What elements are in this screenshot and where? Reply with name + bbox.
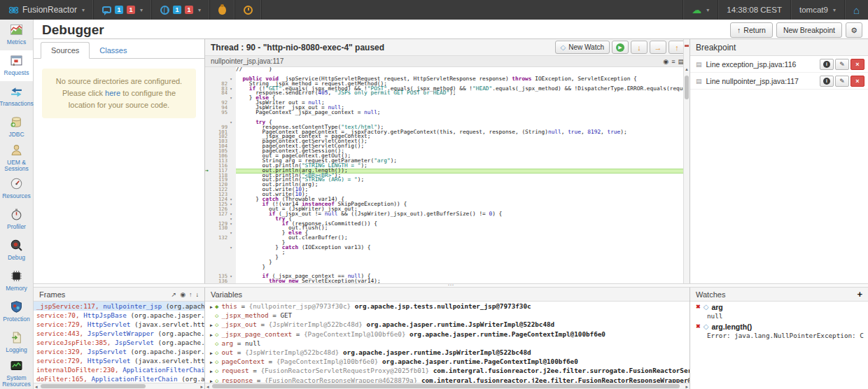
scrollbar-thumb[interactable]	[41, 384, 146, 388]
watch-expression-row[interactable]: ✖◇arg	[696, 302, 864, 311]
variable-row[interactable]: ▶◇_jspx_page_context = {PageContextImpl@…	[205, 330, 690, 339]
open-frame-icon[interactable]: ↗	[172, 291, 177, 298]
code-gutter[interactable]	[205, 250, 236, 255]
frame-row[interactable]: service:70, HttpJspBase (org.apache.jasp…	[34, 311, 204, 320]
home-button[interactable]: ⌂	[844, 0, 868, 20]
code-gutter[interactable]	[205, 260, 236, 265]
sidebar-item-resources[interactable]: Resources	[0, 174, 33, 204]
lines-view-icon[interactable]: ≡	[671, 58, 675, 65]
sidebar-item-memory[interactable]: Memory	[0, 266, 33, 297]
sidebar-item-protection[interactable]: Protection	[0, 297, 33, 327]
breakpoint-delete-button[interactable]: ×	[850, 76, 864, 87]
remove-watch-icon[interactable]: ✖	[696, 323, 701, 330]
record-icon[interactable]: ◉	[180, 291, 186, 298]
variable-row[interactable]: ▶◇pageContext = {PageContextImpl@100bf6e…	[205, 357, 690, 366]
resume-button[interactable]: ▶	[612, 41, 629, 54]
frame-row[interactable]: service:329, JspServlet (org.apache.jasp…	[34, 347, 204, 356]
sidebar-item-transactions[interactable]: Transactions	[0, 81, 33, 112]
sidebar-item-metrics[interactable]: Metrics	[0, 20, 33, 50]
code-line[interactable]: 136 throw new ServletException(var14);	[205, 279, 690, 283]
code-gutter[interactable]: 95	[205, 111, 236, 115]
frame-up-icon[interactable]: ↑	[189, 291, 192, 298]
bug-menu[interactable]	[210, 0, 235, 20]
code-line[interactable]	[205, 115, 690, 120]
breakpoint-info-button[interactable]: i	[820, 76, 834, 87]
configure-sources-link[interactable]: here	[105, 89, 120, 97]
code-gutter[interactable]: 136	[205, 279, 236, 283]
variable-row[interactable]: ▶◇request = {FusionReactorServletRequest…	[205, 366, 690, 375]
code-gutter[interactable]: ▾	[205, 77, 236, 82]
scroll-right-icon[interactable]: ▸	[200, 383, 203, 389]
sidebar-item-system-resources[interactable]: System Resources	[0, 358, 33, 389]
cloud-menu[interactable]: ☁ ▾	[682, 0, 718, 20]
breakpoint-edit-button[interactable]: ✎	[835, 76, 849, 87]
code-gutter[interactable]: 83▾	[205, 87, 236, 92]
step-over-button[interactable]: →	[650, 41, 666, 54]
code-gutter[interactable]	[205, 265, 236, 270]
frame-down-icon[interactable]: ↓	[196, 291, 200, 298]
remove-watch-icon[interactable]: ✖	[696, 304, 701, 310]
code-gutter[interactable]: ▾	[205, 246, 236, 250]
scroll-left-icon[interactable]: ◂	[206, 383, 209, 389]
code-line[interactable]: // }	[205, 67, 690, 72]
code-gutter[interactable]: 92	[205, 101, 236, 106]
brand-menu[interactable]: FusionReactor ▾	[0, 0, 94, 20]
return-button[interactable]: ↑Return	[730, 22, 773, 38]
fold-marker-icon[interactable]: ▾	[227, 77, 234, 82]
scroll-right-icon[interactable]: ▸	[685, 383, 688, 389]
code-line[interactable]: 84 response.sendError(405, "JSPs only pe…	[205, 91, 690, 96]
fold-marker-icon[interactable]: ▾	[227, 87, 234, 92]
frame-row[interactable]: serviceJspFile:385, JspServlet (org.apac…	[34, 338, 204, 347]
watch-expression-row[interactable]: ✖◇arg.length()	[696, 322, 864, 331]
sidebar-item-profiler[interactable]: Profiler	[0, 204, 33, 235]
breakpoint-label[interactable]: Line nullpointer_jsp.java:117	[706, 77, 816, 85]
code-gutter[interactable]	[205, 67, 236, 72]
variable-row[interactable]: ◇_jspx_method = GET	[205, 311, 690, 320]
code-gutter[interactable]: 94	[205, 106, 236, 111]
fold-marker-icon[interactable]: ▾	[227, 202, 234, 207]
sidebar-item-requests[interactable]: Requests	[0, 50, 33, 81]
sidebar-item-jdbc[interactable]: JDBC	[0, 112, 33, 143]
frame-row[interactable]: _jspService:117, nullpointer_jsp (org.ap…	[34, 302, 204, 311]
breakpoint-label[interactable]: Line exception_jsp.java:116	[706, 60, 816, 69]
new-breakpoint-button[interactable]: New Breakpoint	[776, 22, 842, 38]
variable-row[interactable]: ▶◇out = {JspWriterImpl@522bc48d} org.apa…	[205, 348, 690, 357]
notifications-menu[interactable]: 1 1 ▾	[94, 0, 152, 20]
code-line[interactable]: }	[205, 255, 690, 260]
variable-row[interactable]: ▶◆this = {nullpointer_jsp@7973f30c} org.…	[205, 302, 690, 311]
tab-classes[interactable]: Classes	[90, 43, 136, 58]
code-gutter[interactable]: 132	[205, 236, 236, 241]
frames-horizontal-scrollbar[interactable]: ◂ ▸	[34, 383, 204, 389]
scrollbar-thumb[interactable]	[212, 384, 680, 388]
sidebar-item-uem-sessions[interactable]: UEM & Sessions	[0, 143, 33, 174]
breakpoint-edit-button[interactable]: ✎	[835, 59, 849, 70]
fold-marker-icon[interactable]: ▾	[227, 120, 234, 125]
sidebar-item-debug[interactable]: Debug	[0, 235, 33, 266]
code-line[interactable]: }	[205, 260, 690, 265]
settings-button[interactable]: ⚙	[846, 22, 862, 38]
breakpoint-delete-button[interactable]: ×	[850, 59, 864, 70]
scrollbar-thumb[interactable]	[685, 76, 689, 99]
code-gutter[interactable]	[205, 255, 236, 260]
code-line[interactable]: 95 PageContext _jspx_page_context = null…	[205, 111, 690, 115]
step-into-button[interactable]: ↓	[631, 41, 648, 54]
frame-row[interactable]: service:729, HttpServlet (javax.servlet.…	[34, 356, 204, 365]
fold-marker-icon[interactable]: ▾	[227, 96, 234, 101]
variable-row[interactable]: ◇arg = null	[205, 339, 690, 348]
clock-menu[interactable]	[235, 0, 262, 20]
fold-marker-icon[interactable]: ▾	[227, 231, 234, 236]
fold-marker-icon[interactable]: ▾	[227, 274, 234, 279]
scroll-left-icon[interactable]: ◂	[35, 383, 38, 389]
code-line[interactable]: }	[205, 265, 690, 270]
add-watch-icon[interactable]: +	[857, 289, 862, 299]
frame-row[interactable]: service:729, HttpServlet (javax.servlet.…	[34, 320, 204, 329]
scroll-up-icon[interactable]: ▲	[684, 67, 690, 71]
sidebar-item-logging[interactable]: Logging	[0, 327, 33, 358]
frame-row[interactable]: internalDoFilter:230, ApplicationFilterC…	[34, 365, 204, 374]
frame-row[interactable]: service:443, JspServletWrapper (org.apac…	[34, 329, 204, 338]
fold-marker-icon[interactable]: ▾	[227, 222, 234, 227]
fold-marker-icon[interactable]: ▾	[227, 246, 234, 250]
variable-row[interactable]: ▶◇_jspx_out = {JspWriterImpl@522bc48d} o…	[205, 320, 690, 329]
tab-sources[interactable]: Sources	[41, 42, 90, 59]
new-watch-button[interactable]: ◇New Watch	[555, 41, 610, 54]
